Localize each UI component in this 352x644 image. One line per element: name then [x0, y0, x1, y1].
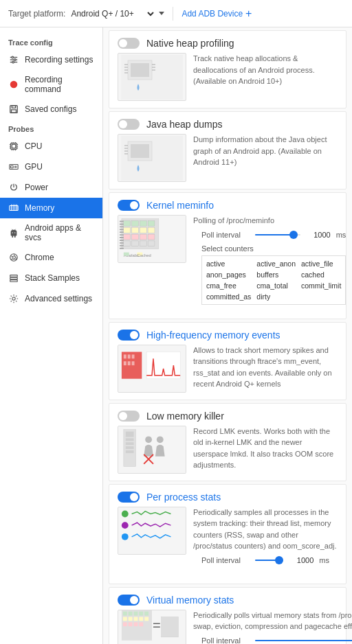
counter-active-file[interactable]: active_file [301, 259, 341, 268]
svg-point-38 [14, 232, 15, 233]
probe-low-memory-header: Low memory killer [109, 404, 346, 426]
main-content: Native heap profiling [103, 27, 352, 644]
counter-buffers[interactable]: buffers [256, 270, 296, 279]
sidebar-item-power[interactable]: Power [0, 177, 102, 198]
per-process-poll-unit: ms [319, 556, 329, 564]
top-bar: Target platform: Android Q+ / 10+ Add AD… [0, 0, 352, 27]
recording-settings-label: Recording settings [25, 55, 93, 65]
svg-rect-121 [139, 617, 143, 621]
svg-rect-25 [11, 165, 14, 168]
sidebar-item-gpu[interactable]: GPU [0, 157, 102, 177]
counter-cached[interactable]: cached [301, 270, 341, 279]
sidebar-item-chrome[interactable]: Chrome [0, 247, 102, 268]
virtual-memory-toggle[interactable] [118, 595, 140, 606]
platform-select[interactable]: Android Q+ / 10+ [68, 8, 156, 19]
svg-rect-117 [144, 611, 148, 615]
svg-rect-120 [134, 617, 138, 621]
svg-point-103 [145, 436, 152, 443]
probe-virtual-memory-body: Periodically polls virtual memory stats … [109, 610, 346, 645]
add-adb-label: Add ADB Device [182, 9, 243, 19]
counter-cma-total[interactable]: cma_total [256, 281, 296, 290]
virtual-memory-poll-row: Poll interval 1000 ms [201, 635, 352, 645]
probe-kernel-meminfo-header: Kernel meminfo [109, 193, 346, 215]
svg-rect-94 [132, 361, 135, 365]
svg-rect-80 [132, 241, 139, 246]
gpu-icon [8, 161, 19, 172]
probe-java-heap-header: Java heap dumps [109, 112, 346, 134]
chrome-icon [8, 252, 19, 263]
svg-rect-116 [139, 611, 143, 615]
high-freq-title: High-frequency memory events [146, 330, 280, 341]
virtual-memory-slider[interactable] [255, 635, 352, 645]
sidebar-item-cpu[interactable]: CPU [0, 136, 102, 157]
poll-interval-row: Poll interval 1000 ms [201, 229, 346, 240]
svg-rect-68 [132, 221, 139, 227]
per-process-settings: Poll interval 1000 ms [193, 552, 338, 577]
poll-unit: ms [336, 231, 346, 239]
add-adb-button[interactable]: Add ADB Device + [182, 8, 252, 19]
svg-point-3 [12, 56, 14, 58]
svg-point-110 [122, 533, 129, 540]
sidebar-item-saved-configs[interactable]: Saved configs [0, 99, 102, 119]
svg-rect-72 [132, 227, 139, 233]
sidebar-item-memory[interactable]: Memory [0, 198, 102, 218]
sidebar-item-android-apps[interactable]: Android apps & svcs [0, 218, 102, 247]
svg-rect-79 [124, 241, 131, 246]
svg-point-6 [10, 81, 18, 89]
per-process-toggle[interactable] [118, 492, 140, 503]
svg-rect-74 [148, 227, 155, 233]
power-label: Power [25, 183, 48, 192]
sidebar-item-recording-command[interactable]: Recording command [0, 70, 102, 99]
probe-high-freq: High-frequency memory events [109, 322, 346, 400]
svg-rect-43 [10, 275, 18, 277]
svg-rect-118 [123, 617, 127, 621]
counter-committed-as[interactable]: committed_as [206, 292, 251, 301]
svg-rect-8 [12, 106, 15, 108]
counter-commit-limit[interactable]: commit_limit [301, 281, 341, 290]
svg-rect-70 [148, 221, 155, 227]
svg-rect-78 [148, 234, 155, 240]
svg-rect-90 [128, 354, 131, 358]
counter-active[interactable]: active [206, 259, 251, 268]
counter-dirty[interactable]: dirty [256, 292, 296, 301]
java-heap-desc: Dump information about the Java object g… [193, 134, 338, 182]
probe-kernel-meminfo-body: Available Cached Polling of /proc/meminf… [109, 215, 346, 319]
svg-rect-119 [129, 617, 133, 621]
counter-anon-pages[interactable]: anon_pages [206, 270, 251, 279]
svg-rect-75 [124, 234, 131, 240]
poll-slider[interactable] [255, 229, 300, 240]
android-apps-label: Android apps & svcs [25, 223, 94, 242]
svg-rect-114 [129, 611, 133, 615]
kernel-meminfo-toggle[interactable] [118, 200, 140, 211]
svg-rect-124 [129, 622, 133, 626]
svg-point-37 [12, 232, 13, 233]
sidebar-item-stack-samples[interactable]: Stack Samples [0, 268, 102, 288]
per-process-desc: Periodically samples all processes in th… [193, 507, 338, 552]
java-heap-toggle[interactable] [118, 119, 140, 130]
sidebar-item-recording-settings[interactable]: Recording settings [0, 49, 102, 70]
svg-rect-9 [12, 110, 16, 113]
svg-rect-125 [134, 622, 138, 626]
svg-rect-59 [131, 144, 149, 158]
per-process-poll-value: 1000 [289, 556, 314, 564]
stack-samples-label: Stack Samples [25, 273, 80, 283]
svg-rect-84 [124, 253, 129, 256]
svg-rect-126 [139, 622, 143, 626]
native-heap-toggle[interactable] [118, 38, 140, 49]
main-layout: Trace config Recording settings Recordin… [0, 27, 352, 644]
svg-rect-127 [162, 617, 179, 636]
per-process-poll-label: Poll interval [201, 556, 250, 564]
svg-point-46 [12, 297, 15, 300]
probe-native-heap-body: Track native heap allocations & dealloca… [109, 53, 346, 108]
counter-cma-free[interactable]: cma_free [206, 281, 251, 290]
per-process-slider[interactable] [255, 555, 283, 566]
svg-point-5 [12, 61, 14, 63]
svg-rect-76 [132, 234, 139, 240]
sidebar-item-advanced-settings[interactable]: Advanced settings [0, 288, 102, 309]
counter-active-anon[interactable]: active_anon [256, 259, 296, 268]
probe-virtual-memory-header: Virtual memory stats [109, 588, 346, 610]
low-memory-toggle[interactable] [118, 411, 140, 422]
memory-label: Memory [25, 203, 54, 213]
high-freq-toggle[interactable] [118, 330, 140, 341]
java-heap-image [118, 134, 186, 182]
